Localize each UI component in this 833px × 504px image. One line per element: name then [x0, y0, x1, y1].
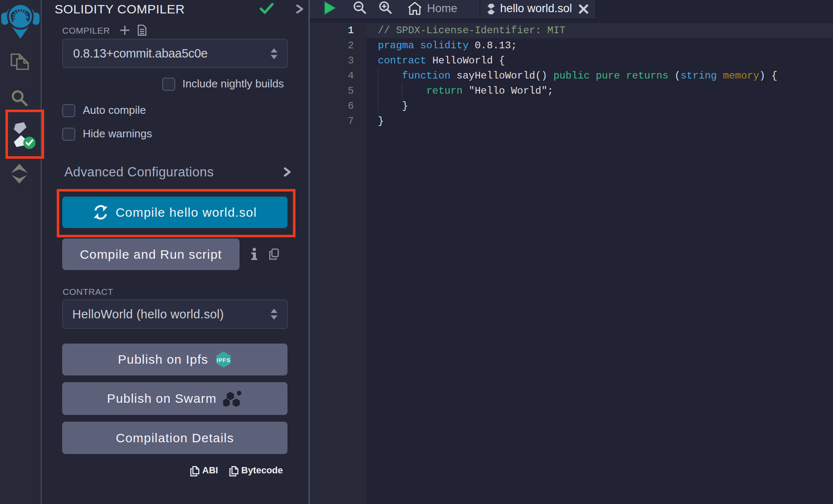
svg-text:IPFS: IPFS: [217, 357, 231, 363]
